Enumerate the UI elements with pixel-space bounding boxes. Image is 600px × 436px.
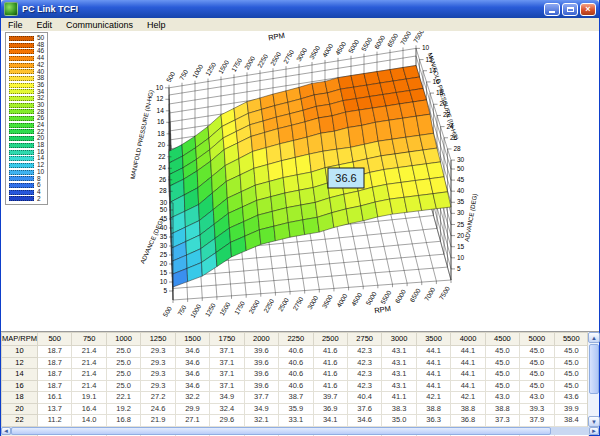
table-cell[interactable]: 37.1 (210, 357, 244, 369)
table-cell[interactable]: 27.2 (141, 392, 175, 404)
scroll-right-button[interactable]: ► (589, 427, 599, 435)
table-cell[interactable]: 37.9 (520, 415, 554, 427)
table-cell[interactable]: 45.0 (520, 357, 554, 369)
table-cell[interactable]: 44.1 (416, 369, 450, 381)
table-cell[interactable]: 44.1 (451, 380, 485, 392)
table-cell[interactable]: 21.4 (72, 346, 106, 358)
table-cell[interactable]: 18.7 (38, 380, 72, 392)
scroll-up-button[interactable]: ▲ (588, 332, 600, 343)
table-cell[interactable]: 44.1 (451, 369, 485, 381)
table-hscrollbar[interactable]: ◄ ► (1, 427, 599, 435)
table-cell[interactable]: 42.3 (347, 357, 381, 369)
table-cell[interactable]: 43.1 (382, 357, 416, 369)
table-cell[interactable]: 18.7 (38, 346, 72, 358)
table-cell[interactable]: 39.6 (244, 346, 278, 358)
table-cell[interactable]: 44.1 (416, 357, 450, 369)
table-cell[interactable]: 25.0 (106, 369, 140, 381)
table-cell[interactable]: 41.6 (313, 369, 347, 381)
table-cell[interactable]: 34.6 (175, 346, 209, 358)
table-cell[interactable]: 43.0 (520, 392, 554, 404)
table-cell[interactable]: 29.3 (141, 346, 175, 358)
titlebar[interactable]: PC Link TCFI × (1, 0, 599, 18)
table-cell[interactable]: 45.0 (520, 380, 554, 392)
scroll-left-button[interactable]: ◄ (1, 427, 11, 435)
vscroll-thumb[interactable] (589, 344, 599, 394)
table-cell[interactable]: 38.4 (554, 415, 588, 427)
table-cell[interactable]: 45.0 (554, 369, 588, 381)
table-cell[interactable]: 27.1 (175, 415, 209, 427)
table-cell[interactable]: 38.8 (485, 403, 519, 415)
table-cell[interactable]: 34.6 (175, 369, 209, 381)
table-cell[interactable]: 37.3 (485, 415, 519, 427)
table-cell[interactable]: 44.1 (451, 357, 485, 369)
table-cell[interactable]: 45.0 (554, 380, 588, 392)
menu-item-edit[interactable]: Edit (30, 19, 60, 31)
surface-plot[interactable]: 5007501000125015001750200022502500275030… (1, 31, 600, 331)
table-cell[interactable]: 40.6 (279, 346, 313, 358)
menu-item-file[interactable]: File (1, 19, 30, 31)
table-cell[interactable]: 37.1 (210, 380, 244, 392)
table-cell[interactable]: 40.6 (279, 357, 313, 369)
table-cell[interactable]: 42.3 (347, 346, 381, 358)
table-cell[interactable]: 41.6 (313, 380, 347, 392)
table-cell[interactable]: 37.1 (210, 369, 244, 381)
table-cell[interactable]: 29.3 (141, 357, 175, 369)
table-cell[interactable]: 44.1 (416, 346, 450, 358)
table-cell[interactable]: 35.0 (382, 415, 416, 427)
table-cell[interactable]: 18.7 (38, 357, 72, 369)
table-cell[interactable]: 13.7 (38, 403, 72, 415)
table-cell[interactable]: 43.0 (485, 392, 519, 404)
table-cell[interactable]: 25.0 (106, 357, 140, 369)
table-cell[interactable]: 45.0 (485, 357, 519, 369)
table-cell[interactable]: 36.8 (451, 415, 485, 427)
table-cell[interactable]: 16.1 (38, 392, 72, 404)
table-cell[interactable]: 45.0 (485, 380, 519, 392)
table-cell[interactable]: 44.1 (451, 346, 485, 358)
table-cell[interactable]: 40.4 (347, 392, 381, 404)
table-cell[interactable]: 37.1 (210, 346, 244, 358)
table-cell[interactable]: 21.9 (141, 415, 175, 427)
table-vscrollbar[interactable]: ▲ ▼ (587, 332, 599, 427)
table-cell[interactable]: 25.0 (106, 380, 140, 392)
table-cell[interactable]: 42.3 (347, 380, 381, 392)
table-cell[interactable]: 43.1 (382, 369, 416, 381)
menu-item-communications[interactable]: Communications (59, 19, 140, 31)
table-cell[interactable]: 21.4 (72, 357, 106, 369)
table-cell[interactable]: 43.6 (554, 392, 588, 404)
table-cell[interactable]: 37.7 (244, 392, 278, 404)
table-cell[interactable]: 39.9 (554, 403, 588, 415)
table-cell[interactable]: 37.6 (347, 403, 381, 415)
table-cell[interactable]: 45.0 (485, 346, 519, 358)
table-cell[interactable]: 34.9 (244, 403, 278, 415)
table-cell[interactable]: 45.0 (554, 357, 588, 369)
menu-item-help[interactable]: Help (140, 19, 173, 31)
table-cell[interactable]: 45.0 (485, 369, 519, 381)
table-cell[interactable]: 29.6 (210, 415, 244, 427)
table-cell[interactable]: 33.1 (279, 415, 313, 427)
table-cell[interactable]: 45.0 (520, 369, 554, 381)
table-cell[interactable]: 32.1 (244, 415, 278, 427)
table-cell[interactable]: 42.1 (416, 392, 450, 404)
table-cell[interactable]: 16.4 (72, 403, 106, 415)
table-cell[interactable]: 45.0 (554, 346, 588, 358)
table-cell[interactable]: 34.6 (175, 380, 209, 392)
table-cell[interactable]: 29.3 (141, 380, 175, 392)
table-cell[interactable]: 19.1 (72, 392, 106, 404)
table-cell[interactable]: 39.7 (313, 392, 347, 404)
table-cell[interactable]: 34.9 (210, 392, 244, 404)
table-cell[interactable]: 38.3 (382, 403, 416, 415)
table-cell[interactable]: 42.3 (347, 369, 381, 381)
table-cell[interactable]: 40.6 (279, 369, 313, 381)
table-cell[interactable]: 29.3 (141, 369, 175, 381)
table-cell[interactable]: 43.1 (382, 380, 416, 392)
table-cell[interactable]: 19.2 (106, 403, 140, 415)
table-cell[interactable]: 41.6 (313, 357, 347, 369)
table-cell[interactable]: 35.9 (279, 403, 313, 415)
table-cell[interactable]: 21.4 (72, 380, 106, 392)
table-cell[interactable]: 34.1 (313, 415, 347, 427)
minimize-button[interactable] (544, 3, 560, 16)
table-cell[interactable]: 32.2 (175, 392, 209, 404)
table-cell[interactable]: 38.8 (416, 403, 450, 415)
table-cell[interactable]: 18.7 (38, 369, 72, 381)
table-cell[interactable]: 44.1 (416, 380, 450, 392)
